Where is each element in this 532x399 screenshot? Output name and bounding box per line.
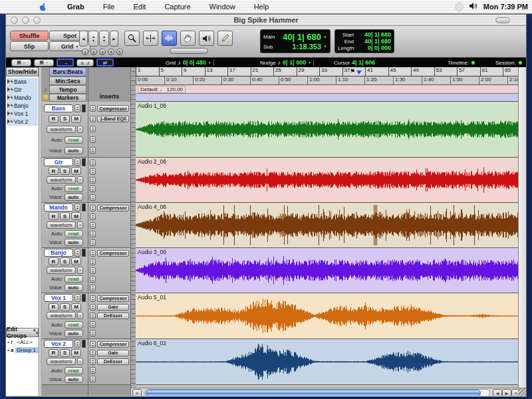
zoom-preset-3[interactable]: 3 (99, 49, 106, 55)
bars-tick[interactable]: 53 (434, 67, 442, 76)
mute-button[interactable]: M (71, 349, 81, 357)
insert-button-compressor[interactable]: Compressor (97, 341, 129, 348)
time-tick[interactable]: 0:20 (193, 76, 205, 85)
automation-mode-button[interactable]: read (65, 367, 83, 374)
bars-tick[interactable]: 65 (503, 67, 511, 76)
insert-button-compressor[interactable]: Compressor (97, 295, 129, 302)
tab-to-transient-button[interactable]: ⇄ (96, 59, 114, 66)
voice-button[interactable]: auto (65, 376, 83, 383)
track-height-view-button[interactable]: ▦▼ (11, 59, 31, 66)
bars-tick[interactable]: 33 (319, 67, 327, 76)
track-height-stepper[interactable]: ▲▼ (74, 249, 80, 257)
insert-stepper[interactable]: ▲▼ (90, 213, 96, 220)
horizontal-scrollbar[interactable]: « ◄ ► « (131, 388, 526, 396)
menu-item-capture[interactable]: Capture (155, 0, 200, 13)
zoom-preset-1[interactable]: 1 (82, 49, 88, 55)
time-tick[interactable]: 1:20 (364, 76, 377, 85)
menu-clock[interactable]: Mon 7:39 PM (483, 3, 529, 11)
sidebar-item-bass[interactable]: Bass (7, 78, 38, 86)
edit-groups-header[interactable]: Edit Groups az (6, 328, 39, 337)
insert-stepper[interactable]: ▲▼ (90, 285, 96, 291)
grid-dropdown-icon[interactable]: ▼ (208, 61, 211, 65)
track-name-vox-1[interactable]: Vox 1 (44, 294, 73, 302)
insert-button-deesser[interactable]: DeEsser (97, 313, 129, 319)
insert-stepper[interactable]: ▲▼ (90, 276, 96, 283)
sub-counter-value[interactable]: 1:18.353 (281, 43, 321, 51)
solo-button[interactable]: S (60, 167, 70, 175)
track-view-button[interactable]: waveform (47, 358, 76, 365)
bars-tick[interactable]: 41 (365, 67, 373, 76)
ruler-tempo[interactable]: Default: ♩ 120.00 (136, 85, 519, 94)
time-tick[interactable]: 1:10 (336, 76, 348, 85)
track-view-button[interactable]: waveform (47, 312, 76, 319)
tempo-note-icon[interactable]: ♪ (42, 85, 49, 94)
group-item-group-1[interactable]: •aGroup 1 (6, 346, 39, 354)
pencil-tool-button[interactable] (217, 31, 233, 46)
insert-stepper[interactable]: ▲▼ (90, 194, 96, 201)
nudge-note-icon[interactable]: ♪ (278, 59, 281, 66)
menu-item-help[interactable]: Help (245, 0, 279, 13)
track-view-more-icon[interactable]: > (77, 176, 83, 184)
insert-stepper[interactable]: ▲▼ (90, 358, 96, 365)
insert-stepper[interactable]: ▲▼ (90, 341, 96, 348)
track-height-stepper[interactable]: ▲▼ (74, 104, 80, 112)
midi-zoom-stepper[interactable]: ▲▼ (99, 31, 109, 47)
voice-button[interactable]: auto (65, 147, 83, 154)
time-tick[interactable]: 0:10 (164, 76, 177, 85)
insert-stepper[interactable]: ▲▼ (90, 136, 96, 143)
time-tick[interactable]: 0:50 (279, 76, 291, 85)
sub-counter-dropdown-icon[interactable]: ▼ (323, 45, 327, 49)
zoom-in-button[interactable]: ► (110, 31, 118, 47)
insert-stepper[interactable]: ▲▼ (90, 267, 96, 274)
edit-view-button[interactable]: ▦▼ (34, 59, 54, 66)
insert-stepper[interactable]: ▲▼ (90, 205, 96, 211)
insert-stepper[interactable]: ▲▼ (90, 330, 96, 336)
track-height-stepper[interactable]: ▲▼ (74, 203, 80, 211)
ruler-min-secs[interactable]: 0:000:100:200:300:400:501:001:101:201:30… (136, 76, 519, 85)
track-view-button[interactable]: waveform (47, 221, 76, 229)
track-height-stepper[interactable]: ▲▼ (74, 158, 80, 166)
track-name-bass[interactable]: Bass (44, 104, 73, 112)
insert-stepper[interactable]: ▲▼ (90, 239, 96, 246)
track-name-vox-2[interactable]: Vox 2 (44, 340, 73, 348)
bars-tick[interactable]: 25 (273, 67, 281, 76)
solo-button[interactable]: S (60, 303, 70, 311)
apple-menu-icon[interactable] (39, 2, 47, 11)
length-value[interactable]: 0| 0| 000 (356, 45, 391, 51)
automation-mode-button[interactable]: read (65, 136, 83, 144)
start-value[interactable]: 40| 1| 680 (356, 31, 391, 38)
scroll-left-button[interactable]: ◄ (493, 389, 502, 396)
mute-button[interactable]: M (71, 303, 81, 311)
sidebar-item-gtr[interactable]: Gtr (7, 86, 38, 94)
commands-keyboard-focus-button[interactable]: a...z (76, 59, 94, 66)
insert-stepper[interactable]: ▲▼ (90, 295, 96, 302)
grid-note-icon[interactable]: ♪ (178, 59, 181, 66)
time-tick[interactable]: 2:00 (479, 76, 491, 85)
insert-stepper[interactable]: ▲▼ (90, 105, 96, 112)
scroll-right-button[interactable]: ► (502, 389, 511, 396)
time-tick[interactable]: 0:30 (221, 76, 234, 85)
track-lane-gtr[interactable]: Audio 2_06 (136, 158, 519, 203)
bars-tick[interactable]: 49 (411, 67, 419, 76)
record-button[interactable]: R (49, 212, 59, 220)
bars-tick[interactable]: 13 (205, 67, 213, 76)
bars-tick[interactable]: 21 (251, 67, 259, 76)
solo-button[interactable]: S (60, 115, 70, 123)
voice-button[interactable]: auto (65, 284, 83, 291)
mute-button[interactable]: M (71, 257, 81, 265)
track-view-more-icon[interactable]: > (77, 267, 83, 274)
automation-mode-button[interactable]: read (65, 185, 83, 192)
track-view-more-icon[interactable]: > (77, 312, 83, 319)
zoom-preset-4[interactable]: 4 (108, 49, 114, 55)
markers-marker-icon[interactable] (42, 94, 49, 102)
record-button[interactable]: R (49, 115, 59, 123)
track-view-more-icon[interactable]: > (77, 221, 83, 229)
track-name-mando[interactable]: Mando (44, 203, 73, 211)
toolbar-toggle-pill[interactable] (495, 17, 510, 23)
ruler-bars[interactable]: 159131721252933374145495357616569 ⚑ ▶ (136, 67, 519, 76)
bars-tick[interactable]: 9 (182, 67, 186, 76)
bars-tick[interactable]: 37 (342, 67, 350, 76)
insert-stepper[interactable]: ▲▼ (90, 177, 96, 184)
scroll-home-button[interactable]: « (132, 389, 142, 396)
solo-button[interactable]: S (60, 212, 70, 220)
